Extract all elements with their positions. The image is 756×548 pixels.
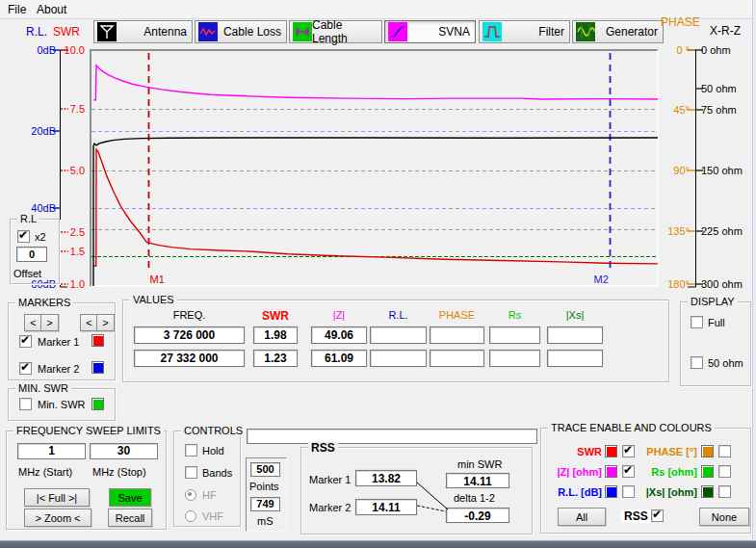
phase-tick-label: 45°	[657, 104, 690, 116]
marker1-next-button[interactable]: >	[40, 314, 59, 331]
toolbar-button-filter[interactable]: Filter	[479, 20, 570, 43]
values-cell-r1c2[interactable]: 61.09	[311, 350, 367, 367]
rl-offset-group: R.L x2 0 Offset	[10, 219, 60, 284]
marker1-checkbox[interactable]	[19, 335, 32, 348]
ohm-tick-label: 225 ohm	[701, 225, 754, 237]
rss-group: RSS Marker 1 13.82 min SWR 14.11 Marker …	[300, 447, 533, 535]
vhf-radio[interactable]	[185, 510, 196, 522]
swr-tick-label: 2.5	[60, 226, 85, 238]
trace-color-swatch-4[interactable]	[605, 485, 617, 498]
swr-tick-label: 1.5	[60, 246, 85, 257]
values-cell-r1c1[interactable]: 1.23	[253, 350, 298, 367]
trace-color-swatch-1[interactable]	[701, 445, 714, 457]
values-cell-r1c3[interactable]	[370, 350, 427, 367]
trace-checkbox-5[interactable]	[718, 485, 731, 498]
controls-title: CONTROLS	[181, 425, 246, 436]
trace-color-swatch-2[interactable]	[605, 465, 617, 478]
cable-loss-icon	[198, 22, 218, 41]
display-title: DISPLAY	[688, 296, 738, 307]
min-swr-checkbox[interactable]	[19, 398, 32, 410]
rl-offset-input[interactable]: 0	[16, 247, 47, 262]
toolbar-button-svna[interactable]: SVNA	[384, 20, 476, 43]
toolbar-button-cable-length[interactable]: Cable Length	[289, 20, 382, 43]
bands-label: Bands	[202, 467, 232, 479]
hf-radio[interactable]	[185, 489, 196, 501]
trace-label-2: |Z| [ohm]	[546, 466, 602, 478]
values-cell-r0c0[interactable]: 3 726 000	[134, 326, 245, 344]
toolbar-button-generator[interactable]: Generator	[572, 20, 664, 43]
toolbar-button-label: SVNA	[438, 25, 470, 39]
bands-checkbox[interactable]	[185, 466, 197, 479]
marker2-next-button[interactable]: >	[96, 314, 115, 331]
values-header-4: PHASE	[430, 309, 484, 321]
trace-checkbox-4[interactable]	[622, 485, 635, 498]
sweep-start-input[interactable]: 1	[17, 443, 86, 459]
marker-label-m2: M2	[594, 274, 609, 285]
values-cell-r0c6[interactable]	[547, 326, 603, 344]
recall-button[interactable]: Recall	[108, 509, 152, 527]
marker1-color-swatch	[91, 334, 104, 347]
display-full-checkbox[interactable]	[691, 316, 703, 328]
rl-axis-header: R.L.	[26, 25, 47, 39]
values-cell-r0c1[interactable]: 1.98	[253, 326, 298, 344]
values-group: VALUES FREQ.SWR|Z|R.L.PHASERs|Xs|3 726 0…	[122, 300, 669, 382]
toolbar-button-cable-loss[interactable]: Cable Loss	[195, 20, 287, 43]
sweep-stop-input[interactable]: 30	[90, 443, 158, 459]
trace-none-button[interactable]: None	[699, 508, 749, 526]
swr-tick-label: 7.5	[60, 103, 85, 115]
trace-color-swatch-0[interactable]	[605, 445, 617, 457]
swr-tick-label: 1.0	[60, 278, 85, 290]
trace-all-button[interactable]: All	[558, 508, 606, 526]
hold-checkbox[interactable]	[185, 444, 197, 457]
values-header-0: FREQ.	[134, 309, 245, 321]
ohm-tick-label: 300 ohm	[701, 278, 754, 290]
save-button[interactable]: Save	[109, 488, 151, 507]
rss-marker1-label: Marker 1	[309, 474, 351, 485]
values-cell-r1c4[interactable]	[430, 350, 484, 367]
rl-tick-label: 20dB	[23, 125, 56, 137]
rss-title: RSS	[308, 441, 338, 455]
window-right-frame	[752, 0, 756, 548]
menu-about[interactable]: About	[32, 2, 71, 17]
menu-file[interactable]: File	[3, 2, 31, 17]
values-cell-r0c5[interactable]	[489, 326, 540, 344]
rl-tick-label: 0dB	[23, 44, 56, 56]
trace-checkbox-2[interactable]	[622, 465, 635, 478]
values-cell-r0c4[interactable]	[430, 326, 484, 344]
marker1-label: Marker 1	[38, 336, 79, 348]
trace-color-swatch-5[interactable]	[701, 485, 714, 498]
sweep-stop-label: MHz (Stop)	[92, 466, 146, 478]
trace-checkbox-1[interactable]	[718, 445, 731, 457]
rl-x2-checkbox[interactable]	[17, 230, 30, 243]
values-cell-r0c2[interactable]: 49.06	[311, 326, 367, 344]
toolbar-button-label: Generator	[606, 25, 658, 39]
trace-rss-checkbox[interactable]	[651, 509, 664, 522]
zoom-button[interactable]: > Zoom <	[24, 509, 91, 527]
trace-checkbox-3[interactable]	[718, 465, 731, 478]
values-cell-r1c0[interactable]: 27 332 000	[134, 350, 245, 367]
svna-icon	[388, 22, 407, 41]
trace-enable-group: TRACE ENABLE AND COLOURS SWRPHASE [°]|Z|…	[540, 428, 751, 534]
marker2-checkbox[interactable]	[19, 362, 32, 375]
rss-marker1-value: 13.82	[355, 470, 417, 486]
rss-delta-value: -0.29	[446, 508, 509, 523]
display-50ohm-label: 50 ohm	[708, 357, 743, 369]
phase-tick-label: 90°	[657, 165, 690, 176]
chart-plot-area[interactable]	[90, 49, 659, 287]
rl-offset-label: Offset	[13, 268, 41, 279]
window-bottom-frame	[0, 540, 756, 548]
hold-label: Hold	[202, 445, 224, 457]
display-50ohm-checkbox[interactable]	[691, 356, 703, 369]
values-cell-r0c3[interactable]	[370, 326, 427, 344]
toolbar-button-antenna[interactable]: Antenna	[93, 20, 193, 43]
marker-label-m1: M1	[150, 274, 165, 285]
phase-tick-label: 135°	[657, 225, 690, 237]
values-cell-r1c5[interactable]	[489, 350, 540, 367]
sweep-full-button[interactable]: |< Full >|	[24, 488, 90, 507]
values-cell-r1c6[interactable]	[547, 350, 603, 367]
trace-color-swatch-3[interactable]	[701, 465, 714, 478]
xrz-axis-header: X-R-Z	[710, 24, 741, 38]
message-field[interactable]	[247, 429, 537, 444]
trace-checkbox-0[interactable]	[622, 445, 635, 457]
rss-connector-lines	[415, 475, 450, 517]
